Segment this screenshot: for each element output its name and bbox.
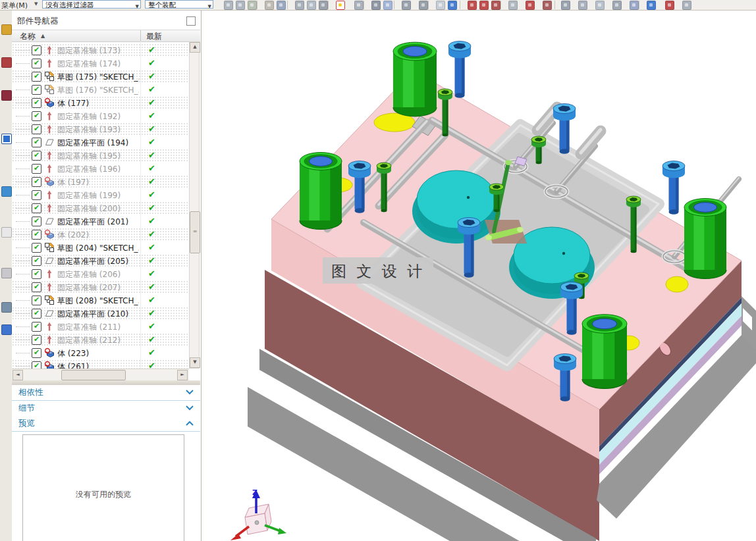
toolbar-icon[interactable]: [682, 1, 691, 10]
feature-checkbox[interactable]: ✔: [32, 98, 41, 108]
panel-splitter[interactable]: [12, 380, 200, 385]
tree-row[interactable]: ✔ 固定基准轴 (196) ✔: [12, 162, 188, 175]
section-preview[interactable]: 预览: [12, 416, 200, 432]
toolbar-icon[interactable]: [265, 1, 274, 10]
feature-checkbox[interactable]: ✔: [32, 124, 41, 134]
feature-checkbox[interactable]: ✔: [32, 309, 41, 319]
toolbar-icon[interactable]: [508, 1, 518, 10]
feature-checkbox[interactable]: ✔: [32, 269, 41, 279]
tree-row[interactable]: ✔ 草图 (175) "SKETCH_... ✔: [12, 70, 188, 83]
scroll-up-arrow[interactable]: ▲: [190, 42, 200, 53]
selection-scope-dropdown[interactable]: 整个装配 ▼: [145, 0, 213, 9]
tree-row[interactable]: ✔ 固定基准平面 (201) ✔: [12, 215, 188, 228]
tree-row[interactable]: ✔ 固定基准平面 (205) ✔: [12, 254, 188, 267]
feature-checkbox[interactable]: ✔: [32, 296, 41, 305]
toolbar-icon[interactable]: [578, 1, 587, 10]
tree-row[interactable]: ✔ 固定基准平面 (194) ✔: [12, 136, 188, 149]
toolbar-icon[interactable]: [402, 1, 411, 10]
feature-checkbox[interactable]: ✔: [32, 243, 41, 253]
assembly-navigator-tab[interactable]: [1, 24, 12, 35]
reuse-library-tab[interactable]: [1, 227, 12, 238]
tree-row[interactable]: ✔ 体 (177) ✔: [12, 96, 188, 109]
column-latest[interactable]: 最新: [146, 31, 162, 42]
feature-checkbox[interactable]: ✔: [32, 256, 41, 266]
toolbar-icon[interactable]: [295, 1, 304, 10]
toolbar-icon[interactable]: [561, 1, 570, 10]
scroll-down-arrow[interactable]: ▼: [190, 357, 200, 368]
feature-checkbox[interactable]: ✔: [32, 361, 41, 369]
tree-row[interactable]: ✔ 固定基准轴 (195) ✔: [12, 149, 188, 162]
feature-checkbox[interactable]: ✔: [32, 59, 41, 68]
horizontal-scroll-thumb[interactable]: [61, 370, 126, 380]
feature-checkbox[interactable]: ✔: [32, 282, 41, 292]
toolbar-icon[interactable]: [383, 1, 392, 10]
feature-checkbox[interactable]: ✔: [32, 335, 41, 345]
tree-row[interactable]: ✔ 固定基准轴 (212) ✔: [12, 333, 188, 346]
toolbar-icon[interactable]: [354, 1, 364, 10]
toolbar-icon[interactable]: [307, 1, 316, 10]
section-details[interactable]: 细节: [12, 401, 200, 417]
feature-checkbox[interactable]: ✔: [32, 45, 41, 55]
tree-row[interactable]: ✔ 固定基准轴 (193) ✔: [12, 122, 188, 136]
toolbar-icon[interactable]: [448, 1, 457, 10]
toolbar-icon[interactable]: [248, 1, 257, 10]
menu-button[interactable]: 菜单(M): [1, 1, 28, 11]
toolbar-icon[interactable]: [468, 1, 477, 10]
tree-row[interactable]: ✔ 固定基准轴 (173) ✔: [12, 43, 188, 57]
tree-row[interactable]: ✔ 固定基准平面 (210) ✔: [12, 307, 188, 320]
tree-row[interactable]: ✔ 草图 (208) "SKETCH_... ✔: [12, 294, 188, 307]
feature-checkbox[interactable]: ✔: [32, 348, 41, 358]
feature-checkbox[interactable]: ✔: [32, 217, 41, 226]
web-browser-tab[interactable]: [1, 186, 12, 197]
history-tab[interactable]: [1, 90, 12, 101]
tree-row[interactable]: ✔ 固定基准轴 (200) ✔: [12, 201, 188, 215]
feature-checkbox[interactable]: ✔: [32, 72, 41, 82]
sort-ascending-icon[interactable]: ▲: [41, 33, 45, 39]
feature-checkbox[interactable]: ✔: [32, 203, 41, 213]
feature-checkbox[interactable]: ✔: [32, 151, 41, 161]
toolbar-icon[interactable]: [491, 1, 500, 10]
feature-checkbox[interactable]: ✔: [32, 190, 41, 200]
tree-row[interactable]: ✔ 固定基准轴 (192) ✔: [12, 109, 188, 122]
tree-row[interactable]: ✔ 固定基准轴 (211) ✔: [12, 320, 188, 333]
feature-checkbox[interactable]: ✔: [32, 111, 41, 121]
feature-checkbox[interactable]: ✔: [32, 177, 41, 187]
tree-row[interactable]: ✔ 固定基准轴 (206) ✔: [12, 267, 188, 280]
tree-row[interactable]: ✔ 体 (197) ✔: [12, 175, 188, 188]
feature-checkbox[interactable]: ✔: [32, 85, 41, 95]
column-name[interactable]: 名称: [20, 31, 36, 42]
command-finder-icon[interactable]: [336, 1, 345, 10]
toolbar-icon[interactable]: [277, 1, 286, 10]
vertical-scroll-thumb[interactable]: ≡: [190, 211, 200, 253]
roles-tab[interactable]: [1, 302, 12, 313]
panel-pin-icon[interactable]: [186, 16, 196, 26]
tree-row[interactable]: ✔ 草图 (204) "SKETCH_... ✔: [12, 241, 188, 254]
toolbar-icon[interactable]: [543, 1, 552, 10]
toolbar-icon[interactable]: [436, 1, 445, 10]
toolbar-icon[interactable]: [612, 1, 622, 10]
selection-filter-dropdown[interactable]: 没有选择过滤器 ▼: [42, 0, 141, 9]
toolbar-icon[interactable]: [630, 1, 639, 10]
tree-row[interactable]: ✔ 体 (223) ✔: [12, 346, 188, 359]
feature-checkbox[interactable]: ✔: [32, 164, 41, 174]
column-divider[interactable]: [140, 30, 141, 41]
toolbar-icon[interactable]: [595, 1, 605, 10]
part-navigator-tab[interactable]: [1, 134, 12, 144]
tree-row[interactable]: ✔ 固定基准轴 (207) ✔: [12, 280, 188, 294]
feature-checkbox[interactable]: ✔: [32, 322, 41, 332]
tree-row[interactable]: ✔ 固定基准轴 (174) ✔: [12, 57, 188, 70]
toolbar-icon[interactable]: [479, 1, 489, 10]
tree-vertical-scrollbar[interactable]: ▲ ≡ ▼: [189, 41, 200, 369]
tree-horizontal-scrollbar[interactable]: ◄ ►: [12, 369, 189, 380]
scroll-right-arrow[interactable]: ►: [177, 370, 188, 380]
toolbar-icon[interactable]: [224, 1, 233, 10]
tree-row[interactable]: ✔ 体 (261) ✔: [12, 359, 188, 369]
toolbar-icon[interactable]: [526, 1, 535, 10]
feature-checkbox[interactable]: ✔: [32, 230, 41, 240]
tree-row[interactable]: ✔ 固定基准轴 (199) ✔: [12, 188, 188, 201]
toolbar-icon[interactable]: [371, 1, 381, 10]
toolbar-icon[interactable]: [236, 1, 245, 10]
toolbar-icon[interactable]: [319, 1, 328, 10]
tree-row[interactable]: ✔ 体 (202) ✔: [12, 228, 188, 241]
process-studio-tab[interactable]: [1, 268, 12, 278]
